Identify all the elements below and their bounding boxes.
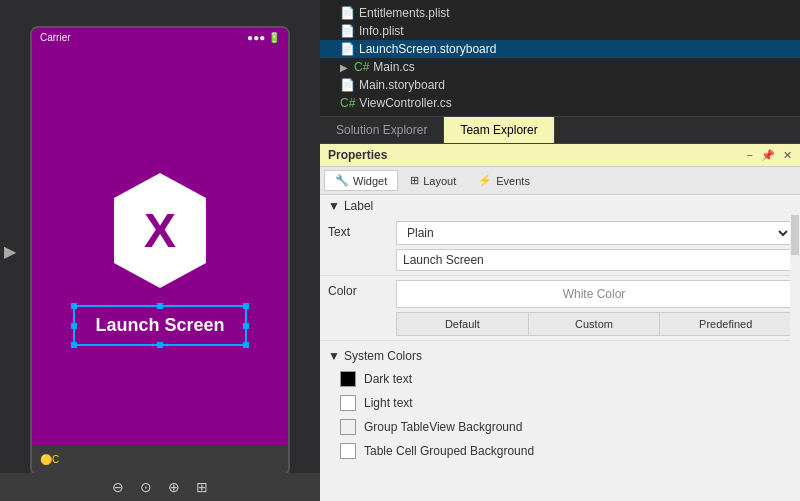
color-item-light-text[interactable]: Light text bbox=[328, 391, 792, 415]
color-buttons-group: Default Custom Predefined bbox=[396, 312, 792, 336]
minimize-icon[interactable]: − bbox=[747, 149, 753, 162]
tab-solution-explorer[interactable]: Solution Explorer bbox=[320, 117, 444, 143]
properties-title: Properties bbox=[328, 148, 387, 162]
widget-icon: 🔧 bbox=[335, 174, 349, 187]
bottom-indicator: 🟡C bbox=[40, 454, 59, 465]
phone-preview-panel: ▶ Carrier ●●● 🔋 X Launch bbox=[0, 0, 320, 501]
handle-top-mid bbox=[157, 303, 163, 309]
tabs-bar: Solution Explorer Team Explorer bbox=[320, 117, 800, 144]
scrollbar-thumb[interactable] bbox=[791, 215, 799, 255]
file-icon: C# bbox=[340, 96, 355, 110]
zoom-toolbar: ⊖ ⊙ ⊕ ⊞ bbox=[0, 473, 320, 501]
pin-icon[interactable]: 📌 bbox=[761, 149, 775, 162]
dark-text-swatch bbox=[340, 371, 356, 387]
prop-text-control: Plain Attributed bbox=[396, 221, 792, 271]
properties-header: Properties − 📌 ✕ bbox=[320, 144, 800, 167]
section-label-header: ▼ Label bbox=[320, 195, 800, 217]
file-item-launchscreen[interactable]: 📄 LaunchScreen.storyboard bbox=[320, 40, 800, 58]
layout-icon: ⊞ bbox=[410, 174, 419, 187]
hex-logo: X bbox=[110, 175, 210, 285]
light-text-swatch bbox=[340, 395, 356, 411]
handle-bot-mid bbox=[157, 342, 163, 348]
launch-screen-label: Launch Screen bbox=[95, 315, 224, 335]
prop-color-control: White Color Default Custom Predefined bbox=[396, 280, 792, 336]
signal-icons: ●●● 🔋 bbox=[247, 32, 280, 43]
zoom-out-button[interactable]: ⊖ bbox=[108, 477, 128, 497]
events-icon: ⚡ bbox=[478, 174, 492, 187]
system-colors-header: ▼ System Colors bbox=[328, 345, 792, 367]
zoom-fit-button[interactable]: ⊞ bbox=[192, 477, 212, 497]
phone-bottom-bar: 🟡C bbox=[32, 446, 288, 474]
file-icon: C# bbox=[354, 60, 369, 74]
zoom-reset-button[interactable]: ⊙ bbox=[136, 477, 156, 497]
tab-events[interactable]: ⚡ Events bbox=[468, 170, 540, 191]
file-item-infoplist[interactable]: 📄 Info.plist bbox=[320, 22, 800, 40]
section-collapse-icon[interactable]: ▼ bbox=[328, 199, 340, 213]
widget-tabs-bar: 🔧 Widget ⊞ Layout ⚡ Events bbox=[320, 167, 800, 195]
scrollbar-track[interactable] bbox=[790, 195, 800, 501]
zoom-in-button[interactable]: ⊕ bbox=[164, 477, 184, 497]
label-selection-box[interactable]: Launch Screen bbox=[73, 305, 246, 346]
file-icon: 📄 bbox=[340, 6, 355, 20]
table-cell-swatch bbox=[340, 443, 356, 459]
group-tableview-swatch bbox=[340, 419, 356, 435]
system-colors-section: ▼ System Colors Dark text Light text Gro… bbox=[320, 341, 800, 467]
tab-layout[interactable]: ⊞ Layout bbox=[400, 170, 466, 191]
properties-scroll-container: ▼ Label Text Plain Attributed bbox=[320, 195, 800, 501]
default-color-button[interactable]: Default bbox=[397, 313, 529, 335]
phone-content: X Launch Screen bbox=[73, 48, 246, 474]
handle-bot-left bbox=[71, 342, 77, 348]
file-icon: 📄 bbox=[340, 24, 355, 38]
properties-content: ▼ Label Text Plain Attributed bbox=[320, 195, 800, 467]
x-letter: X bbox=[144, 203, 176, 258]
file-tree: 📄 Entitlements.plist 📄 Info.plist 📄 Laun… bbox=[320, 0, 800, 117]
tab-team-explorer[interactable]: Team Explorer bbox=[444, 117, 554, 143]
phone-status-bar: Carrier ●●● 🔋 bbox=[32, 28, 288, 48]
color-display[interactable]: White Color bbox=[396, 280, 792, 308]
carrier-label: Carrier bbox=[40, 32, 71, 43]
phone-frame: Carrier ●●● 🔋 X Launch Screen bbox=[30, 26, 290, 476]
handle-bot-right bbox=[243, 342, 249, 348]
prop-text-label: Text bbox=[328, 221, 388, 239]
prop-color-row: Color White Color Default Custom Predefi… bbox=[320, 276, 800, 341]
left-arrow-icon: ▶ bbox=[4, 241, 16, 260]
right-panel: 📄 Entitlements.plist 📄 Info.plist 📄 Laun… bbox=[320, 0, 800, 501]
file-item-viewcontroller[interactable]: C# ViewController.cs bbox=[320, 94, 800, 112]
header-icons: − 📌 ✕ bbox=[747, 149, 792, 162]
file-icon: 📄 bbox=[340, 78, 355, 92]
predefined-color-button[interactable]: Predefined bbox=[660, 313, 791, 335]
file-item-mainstoryboard[interactable]: 📄 Main.storyboard bbox=[320, 76, 800, 94]
close-icon[interactable]: ✕ bbox=[783, 149, 792, 162]
system-colors-collapse-icon[interactable]: ▼ bbox=[328, 349, 340, 363]
prop-text-row: Text Plain Attributed bbox=[320, 217, 800, 276]
expand-arrow-icon: ▶ bbox=[340, 62, 348, 73]
handle-right-mid bbox=[243, 323, 249, 329]
color-item-group-tableview[interactable]: Group TableView Background bbox=[328, 415, 792, 439]
properties-panel: Properties − 📌 ✕ 🔧 Widget ⊞ Layout ⚡ Eve… bbox=[320, 144, 800, 501]
file-icon: 📄 bbox=[340, 42, 355, 56]
color-item-dark-text[interactable]: Dark text bbox=[328, 367, 792, 391]
text-style-select[interactable]: Plain Attributed bbox=[396, 221, 792, 245]
prop-color-label: Color bbox=[328, 280, 388, 298]
file-item-maincs[interactable]: ▶ C# Main.cs bbox=[320, 58, 800, 76]
tab-widget[interactable]: 🔧 Widget bbox=[324, 170, 398, 191]
handle-left-mid bbox=[71, 323, 77, 329]
text-value-input[interactable] bbox=[396, 249, 792, 271]
color-item-table-cell[interactable]: Table Cell Grouped Background bbox=[328, 439, 792, 463]
custom-color-button[interactable]: Custom bbox=[529, 313, 661, 335]
file-item-entitlements[interactable]: 📄 Entitlements.plist bbox=[320, 4, 800, 22]
